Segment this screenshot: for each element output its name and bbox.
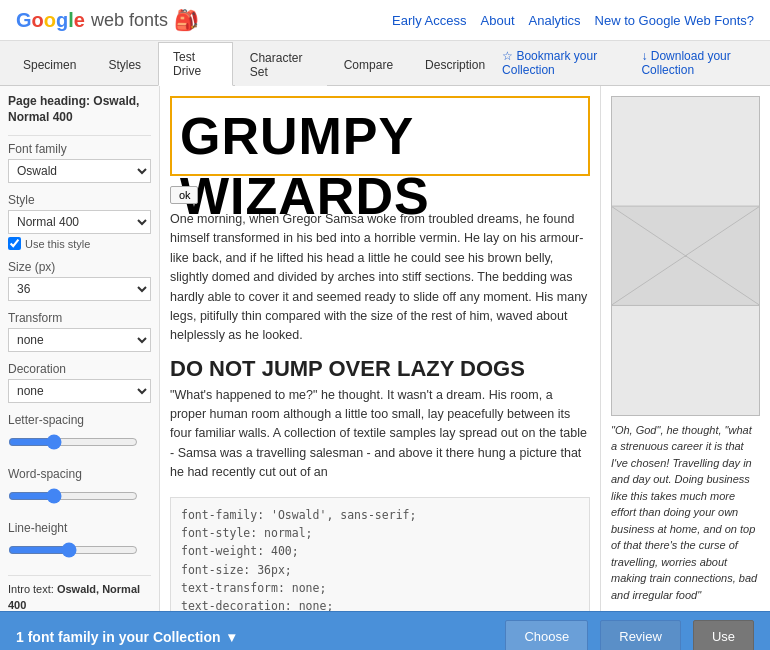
page-heading-section: Page heading: Oswald, Normal 400 — [8, 94, 151, 125]
decoration-label: Decoration — [8, 362, 151, 376]
intro-text-label: Intro text: — [8, 583, 54, 595]
transform-section: Transform none — [8, 311, 151, 352]
word-spacing-slider[interactable] — [8, 488, 138, 504]
left-panel: Page heading: Oswald, Normal 400 Font fa… — [0, 86, 160, 611]
bottom-bar: 1 font family in your Collection ▾ Choos… — [0, 611, 770, 650]
font-family-section: Font family Oswald — [8, 142, 151, 183]
tab-bar: Specimen Styles Test Drive Character Set… — [0, 41, 770, 86]
center-panel: GRUMPY WIZARDS ok One morning, when Greg… — [160, 86, 600, 611]
bookmark-collection-link[interactable]: ☆ Bookmark your Collection — [502, 49, 627, 77]
word-spacing-label: Word-spacing — [8, 467, 151, 481]
line-height-label: Line-height — [8, 521, 151, 535]
logo-google: Google — [16, 9, 85, 32]
download-collection-link[interactable]: ↓ Download your Collection — [641, 49, 762, 77]
collection-arrow-icon[interactable]: ▾ — [228, 629, 235, 645]
intro-text-section: Intro text: Oswald, Normal 400 ▲ — [8, 582, 151, 611]
top-links: Early Access About Analytics New to Goog… — [392, 13, 754, 28]
css-code-box: font-family: 'Oswald', sans-serif; font-… — [170, 497, 590, 612]
preview-paragraph2: "What's happened to me?" he thought. It … — [170, 386, 590, 483]
font-thumbnail — [611, 96, 760, 416]
decoration-section: Decoration none — [8, 362, 151, 403]
preview-paragraph: One morning, when Gregor Samsa woke from… — [170, 210, 590, 346]
early-access-link[interactable]: Early Access — [392, 13, 466, 28]
size-select[interactable]: 36 — [8, 277, 151, 301]
use-this-style-label: Use this style — [25, 238, 90, 250]
use-this-style-checkbox[interactable] — [8, 237, 21, 250]
style-label: Style — [8, 193, 151, 207]
line-height-section: Line-height — [8, 521, 151, 565]
font-family-select[interactable]: Oswald — [8, 159, 151, 183]
letter-spacing-section: Letter-spacing — [8, 413, 151, 457]
top-nav: Google web fonts 🎒 Early Access About An… — [0, 0, 770, 41]
test-drive-input[interactable]: GRUMPY WIZARDS — [170, 96, 590, 176]
size-label: Size (px) — [8, 260, 151, 274]
tab-description[interactable]: Description — [410, 50, 500, 79]
line-height-slider-container — [8, 538, 151, 565]
letter-spacing-slider-container — [8, 430, 151, 457]
choose-button[interactable]: Choose — [505, 620, 588, 650]
right-quote-text: "Oh, God", he thought, "what a strenuous… — [601, 422, 770, 612]
about-link[interactable]: About — [481, 13, 515, 28]
page-heading-label-value: Page heading: Oswald, Normal 400 — [8, 94, 151, 125]
divider-2 — [8, 575, 151, 576]
transform-select[interactable]: none — [8, 328, 151, 352]
main-layout: Page heading: Oswald, Normal 400 Font fa… — [0, 86, 770, 611]
svg-rect-0 — [611, 206, 760, 305]
letter-spacing-slider[interactable] — [8, 434, 138, 450]
line-height-slider[interactable] — [8, 542, 138, 558]
review-button[interactable]: Review — [600, 620, 681, 650]
collection-count-label: 1 font family in your Collection — [16, 629, 221, 645]
use-button[interactable]: Use — [693, 620, 754, 650]
briefcase-icon: 🎒 — [174, 8, 199, 32]
tab-styles[interactable]: Styles — [93, 50, 156, 79]
right-panel: "Oh, God", he thought, "what a strenuous… — [600, 86, 770, 611]
style-section: Style Normal 400 Use this style — [8, 193, 151, 250]
transform-label: Transform — [8, 311, 151, 325]
css-code-text: font-family: 'Oswald', sans-serif; font-… — [181, 506, 579, 612]
decoration-select[interactable]: none — [8, 379, 151, 403]
svg-line-2 — [611, 206, 760, 305]
letter-spacing-label: Letter-spacing — [8, 413, 151, 427]
new-to-webfonts-link[interactable]: New to Google Web Fonts? — [595, 13, 754, 28]
page-heading-label: Page heading: — [8, 94, 90, 108]
use-this-style-row: Use this style — [8, 237, 151, 250]
preview-heading: DO NOT JUMP OVER LAZY DOGS — [170, 356, 590, 382]
style-select[interactable]: Normal 400 — [8, 210, 151, 234]
collection-count-text: 1 font family in your Collection ▾ — [16, 629, 493, 645]
ok-button[interactable]: ok — [170, 186, 198, 204]
divider-1 — [8, 135, 151, 136]
intro-text-label-value: Intro text: Oswald, Normal 400 — [8, 582, 151, 611]
tab-character-set[interactable]: Character Set — [235, 43, 327, 86]
logo-webfonts: web fonts — [91, 10, 168, 31]
analytics-link[interactable]: Analytics — [529, 13, 581, 28]
tab-compare[interactable]: Compare — [329, 50, 408, 79]
word-spacing-section: Word-spacing — [8, 467, 151, 511]
size-section: Size (px) 36 — [8, 260, 151, 301]
font-family-label: Font family — [8, 142, 151, 156]
tab-specimen[interactable]: Specimen — [8, 50, 91, 79]
logo-area: Google web fonts 🎒 — [16, 8, 199, 32]
thumbnail-placeholder-svg — [611, 96, 760, 416]
svg-line-1 — [611, 206, 760, 305]
tab-test-drive[interactable]: Test Drive — [158, 42, 233, 86]
tab-bar-right: ☆ Bookmark your Collection ↓ Download yo… — [502, 43, 762, 83]
word-spacing-slider-container — [8, 484, 151, 511]
